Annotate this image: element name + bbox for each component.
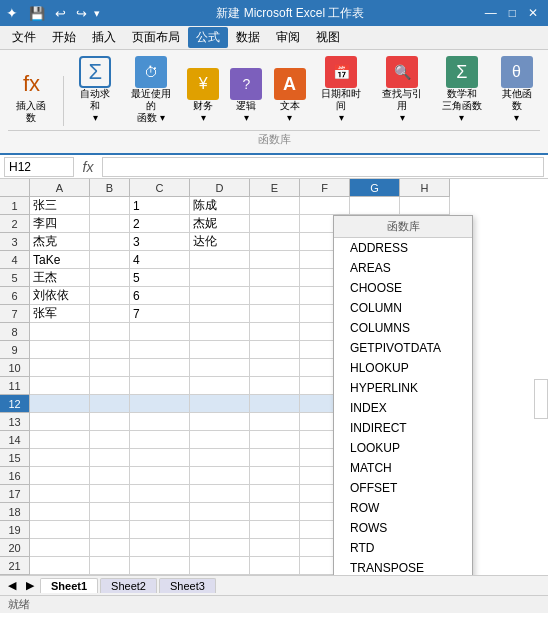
cell[interactable] xyxy=(90,413,130,431)
cell[interactable] xyxy=(30,395,90,413)
cell[interactable] xyxy=(130,503,190,521)
other-btn[interactable]: θ 其他函数▾ xyxy=(493,54,540,126)
cell[interactable] xyxy=(130,449,190,467)
cell[interactable] xyxy=(190,557,250,575)
cell[interactable] xyxy=(30,323,90,341)
cell[interactable]: 5 xyxy=(130,269,190,287)
cell[interactable] xyxy=(300,197,350,215)
row-header[interactable]: 2 xyxy=(0,215,30,233)
cell[interactable] xyxy=(250,287,300,305)
cell[interactable]: 张三 xyxy=(30,197,90,215)
cell[interactable]: 陈成 xyxy=(190,197,250,215)
row-header[interactable]: 1 xyxy=(0,197,30,215)
cell[interactable]: 张军 xyxy=(30,305,90,323)
cell[interactable]: 王杰 xyxy=(30,269,90,287)
dropdown-item[interactable]: ROWS xyxy=(334,518,472,538)
row-header[interactable]: 20 xyxy=(0,539,30,557)
cell[interactable] xyxy=(130,467,190,485)
col-header-G[interactable]: G xyxy=(350,179,400,197)
menu-item-pagelayout[interactable]: 页面布局 xyxy=(124,27,188,48)
cell[interactable] xyxy=(190,323,250,341)
row-header[interactable]: 10 xyxy=(0,359,30,377)
row-header[interactable]: 3 xyxy=(0,233,30,251)
cell[interactable] xyxy=(90,557,130,575)
cell[interactable] xyxy=(190,269,250,287)
row-header[interactable]: 8 xyxy=(0,323,30,341)
cell[interactable] xyxy=(130,341,190,359)
cell[interactable] xyxy=(400,197,450,215)
dropdown-item[interactable]: RTD xyxy=(334,538,472,558)
text-btn[interactable]: A 文本▾ xyxy=(270,66,309,126)
cell[interactable] xyxy=(90,305,130,323)
cell[interactable] xyxy=(90,323,130,341)
row-header[interactable]: 21 xyxy=(0,557,30,575)
name-box[interactable] xyxy=(4,157,74,177)
sheet-tab-3[interactable]: Sheet3 xyxy=(159,578,216,593)
cell[interactable] xyxy=(190,503,250,521)
cell[interactable] xyxy=(90,539,130,557)
qa-undo[interactable]: ↩ xyxy=(52,4,69,23)
cell[interactable] xyxy=(90,467,130,485)
col-header-A[interactable]: A xyxy=(30,179,90,197)
row-header[interactable]: 14 xyxy=(0,431,30,449)
cell[interactable] xyxy=(190,467,250,485)
menu-item-home[interactable]: 开始 xyxy=(44,27,84,48)
sheet-tab-1[interactable]: Sheet1 xyxy=(40,578,98,593)
row-header[interactable]: 13 xyxy=(0,413,30,431)
dropdown-item[interactable]: INDEX xyxy=(334,398,472,418)
cell[interactable] xyxy=(250,215,300,233)
dropdown-item[interactable]: GETPIVOTDATA xyxy=(334,338,472,358)
cell[interactable] xyxy=(90,287,130,305)
dropdown-item[interactable]: COLUMNS xyxy=(334,318,472,338)
cell[interactable] xyxy=(250,377,300,395)
row-header[interactable]: 19 xyxy=(0,521,30,539)
cell[interactable] xyxy=(90,449,130,467)
cell[interactable] xyxy=(190,305,250,323)
cell[interactable]: 李四 xyxy=(30,215,90,233)
cell[interactable] xyxy=(190,539,250,557)
dropdown-item[interactable]: HLOOKUP xyxy=(334,358,472,378)
dropdown-item[interactable]: LOOKUP xyxy=(334,438,472,458)
cell[interactable] xyxy=(350,197,400,215)
row-header[interactable]: 16 xyxy=(0,467,30,485)
cell[interactable] xyxy=(190,449,250,467)
cell[interactable] xyxy=(90,251,130,269)
qa-dropdown[interactable]: ▾ xyxy=(94,7,100,20)
cell[interactable] xyxy=(130,377,190,395)
col-header-H[interactable]: H xyxy=(400,179,450,197)
finance-btn[interactable]: ¥ 财务▾ xyxy=(184,66,223,126)
cell[interactable] xyxy=(250,467,300,485)
cell[interactable] xyxy=(190,485,250,503)
cell[interactable] xyxy=(130,557,190,575)
cell[interactable] xyxy=(190,359,250,377)
cell[interactable] xyxy=(190,431,250,449)
cell[interactable] xyxy=(250,341,300,359)
row-header[interactable]: 9 xyxy=(0,341,30,359)
cell[interactable] xyxy=(30,485,90,503)
sheet-nav-right[interactable]: ▶ xyxy=(22,579,38,592)
cell[interactable] xyxy=(30,467,90,485)
cell[interactable] xyxy=(30,449,90,467)
row-header[interactable]: 18 xyxy=(0,503,30,521)
dropdown-item[interactable]: TRANSPOSE xyxy=(334,558,472,575)
cell[interactable] xyxy=(30,431,90,449)
cell[interactable] xyxy=(190,251,250,269)
math-btn[interactable]: Σ 数学和三角函数 ▾ xyxy=(435,54,490,126)
autosum-btn[interactable]: Σ 自动求和▾ xyxy=(72,54,119,126)
dropdown-item[interactable]: MATCH xyxy=(334,458,472,478)
cell[interactable] xyxy=(130,359,190,377)
menu-item-data[interactable]: 数据 xyxy=(228,27,268,48)
cell[interactable] xyxy=(250,485,300,503)
insert-function-btn[interactable]: fx 插入函数 xyxy=(8,66,55,126)
cell[interactable] xyxy=(130,395,190,413)
cell[interactable]: 1 xyxy=(130,197,190,215)
logic-btn[interactable]: ? 逻辑▾ xyxy=(227,66,266,126)
cell[interactable]: 刘依依 xyxy=(30,287,90,305)
cell[interactable] xyxy=(250,269,300,287)
cell[interactable] xyxy=(90,197,130,215)
cell[interactable] xyxy=(30,341,90,359)
cell[interactable] xyxy=(90,395,130,413)
maximize-btn[interactable]: □ xyxy=(505,6,520,20)
cell[interactable] xyxy=(90,377,130,395)
cell[interactable] xyxy=(190,413,250,431)
